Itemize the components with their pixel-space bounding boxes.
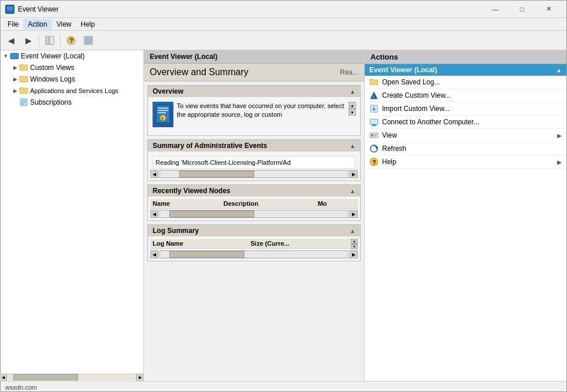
- recently-viewed-collapse-icon: ▲: [350, 188, 355, 194]
- subscriptions-icon: [19, 98, 28, 107]
- action-connect-computer[interactable]: Connect to Another Computer...: [365, 116, 566, 129]
- help-submenu-arrow: ▶: [557, 159, 562, 165]
- svg-text:!: !: [162, 116, 164, 121]
- svg-rect-3: [46, 36, 49, 45]
- log-hscroll-left[interactable]: ◀: [150, 250, 158, 258]
- minimize-button[interactable]: —: [482, 1, 509, 18]
- menu-file[interactable]: File: [3, 19, 23, 29]
- action-view[interactable]: View ▶: [365, 129, 566, 142]
- connect-computer-icon: [369, 117, 379, 127]
- menu-help[interactable]: Help: [76, 19, 100, 29]
- actions-section-arrow: ▲: [556, 67, 562, 73]
- overview-vscroll-up[interactable]: ▲: [349, 102, 356, 109]
- overview-vscroll-down[interactable]: ▼: [349, 109, 356, 116]
- svg-rect-36: [371, 125, 377, 126]
- log-summary-section: Log Summary ▲ Log Name Size (Curre... ▲: [147, 224, 361, 261]
- rv-hscroll-right[interactable]: ▶: [350, 210, 358, 218]
- close-button[interactable]: ✕: [535, 1, 562, 18]
- log-summary-table-wrapper: Log Name Size (Curre... ▲ ▼: [150, 239, 358, 249]
- log-updown-up[interactable]: ▲: [351, 239, 358, 243]
- svg-rect-16: [20, 88, 28, 94]
- log-hscroll-right[interactable]: ▶: [350, 250, 358, 258]
- action-import-custom-view[interactable]: Import Custom View...: [365, 102, 566, 116]
- menu-action[interactable]: Action: [23, 19, 51, 29]
- windows-logs-icon: [19, 75, 28, 84]
- status-bar: wsxdn.com: [1, 381, 566, 392]
- toolbar-extra[interactable]: [80, 33, 97, 48]
- svg-rect-14: [20, 76, 28, 82]
- sidebar-app-services-label: Applications and Services Logs: [30, 87, 118, 94]
- toolbar-help[interactable]: ?: [63, 33, 79, 48]
- root-expand-icon: ▼: [2, 52, 10, 60]
- admin-hscroll-left[interactable]: ◀: [150, 170, 158, 178]
- toolbar-show-hide[interactable]: [42, 33, 58, 48]
- recently-viewed-body: Name Description Mo ◀ ▶: [148, 197, 360, 220]
- svg-text:?: ?: [373, 160, 376, 166]
- admin-events-collapse-icon: ▲: [350, 143, 355, 149]
- sidebar-item-app-services[interactable]: ▶ Applications and Services Logs: [1, 85, 143, 97]
- sidebar-hscroll-right[interactable]: ▶: [136, 374, 143, 381]
- toolbar-forward[interactable]: ▶: [20, 33, 36, 48]
- svg-rect-24: [158, 110, 168, 111]
- recently-viewed-header[interactable]: Recently Viewed Nodes ▲: [148, 185, 360, 197]
- log-hscroll-track: [160, 250, 349, 258]
- window-title: Event Viewer: [18, 5, 58, 13]
- recently-viewed-hscroll[interactable]: ◀ ▶: [150, 210, 358, 218]
- action-refresh[interactable]: Refresh: [365, 142, 566, 156]
- svg-rect-1: [7, 6, 13, 10]
- sidebar-item-windows-logs[interactable]: ▶ Windows Logs: [1, 73, 143, 85]
- sidebar-hscroll[interactable]: ◀ ▶: [1, 373, 143, 380]
- overview-section-header[interactable]: Overview ▲: [148, 86, 360, 97]
- overview-text-area: ! To view events that have occurred on y…: [150, 99, 358, 130]
- root-icon: [10, 51, 19, 61]
- center-content: Overview ▲: [144, 82, 364, 381]
- admin-hscroll-right[interactable]: ▶: [350, 170, 358, 178]
- log-summary-updown[interactable]: ▲ ▼: [351, 239, 358, 249]
- col-header-description: Description: [223, 200, 317, 207]
- overview-collapse-icon: ▲: [350, 88, 355, 95]
- view-action-icon: [369, 131, 379, 140]
- toolbar-back[interactable]: ◀: [3, 33, 19, 48]
- admin-hscroll-track: [160, 170, 349, 178]
- rv-hscroll-thumb: [169, 210, 254, 217]
- svg-rect-12: [20, 65, 28, 71]
- svg-rect-2: [6, 12, 13, 13]
- action-create-custom-view[interactable]: ! Create Custom View...: [365, 89, 566, 102]
- svg-rect-8: [86, 38, 91, 43]
- admin-events-content: Reading 'Microsoft-Client-Licensing-Plat…: [150, 154, 358, 169]
- sidebar-item-custom-views[interactable]: ▶ Custom Views: [1, 62, 143, 73]
- log-updown-down[interactable]: ▼: [351, 245, 358, 249]
- app-services-expand-icon: ▶: [11, 87, 19, 95]
- sidebar-item-root[interactable]: ▼ Event Viewer (Local): [1, 50, 143, 62]
- sidebar-hscroll-left[interactable]: ◀: [1, 374, 7, 381]
- svg-rect-34: [370, 119, 378, 124]
- log-summary-hscroll[interactable]: ◀ ▶: [150, 250, 358, 258]
- help-action-icon: ?: [369, 157, 379, 167]
- open-saved-log-icon: [369, 77, 379, 87]
- admin-events-header[interactable]: Summary of Administrative Events ▲: [148, 140, 360, 151]
- admin-events-hscroll[interactable]: ◀ ▶: [150, 170, 358, 178]
- svg-text:!: !: [373, 95, 375, 99]
- action-help[interactable]: ? Help ▶: [365, 156, 566, 169]
- action-open-saved-log[interactable]: Open Saved Log...: [365, 76, 566, 89]
- app-icon: [5, 5, 14, 14]
- overview-section-title: Overview: [153, 87, 183, 95]
- rv-hscroll-left[interactable]: ◀: [150, 210, 158, 218]
- svg-rect-10: [11, 54, 18, 58]
- col-header-modified: Mo: [318, 200, 355, 207]
- overview-summary-title: Overview and Summary: [150, 67, 249, 77]
- sidebar-item-subscriptions[interactable]: Subscriptions: [1, 97, 143, 108]
- recently-viewed-col-headers: Name Description Mo: [150, 199, 358, 209]
- toolbar: ◀ ▶ ?: [1, 31, 566, 50]
- svg-rect-23: [158, 108, 168, 109]
- menu-bar: File Action View Help: [1, 18, 566, 31]
- create-custom-view-label: Create Custom View...: [382, 91, 562, 99]
- log-col-size: Size (Curre...: [251, 240, 349, 247]
- maximize-button[interactable]: □: [509, 1, 535, 18]
- toolbar-sep2: [60, 35, 61, 46]
- main-layout: ▼ Event Viewer (Local) ▶ Custom Views: [1, 50, 566, 381]
- actions-panel: Actions Event Viewer (Local) ▲ Open Save…: [364, 50, 566, 381]
- log-summary-header[interactable]: Log Summary ▲: [148, 225, 360, 236]
- menu-view[interactable]: View: [52, 19, 76, 29]
- overview-vscroll[interactable]: ▲ ▼: [349, 102, 355, 116]
